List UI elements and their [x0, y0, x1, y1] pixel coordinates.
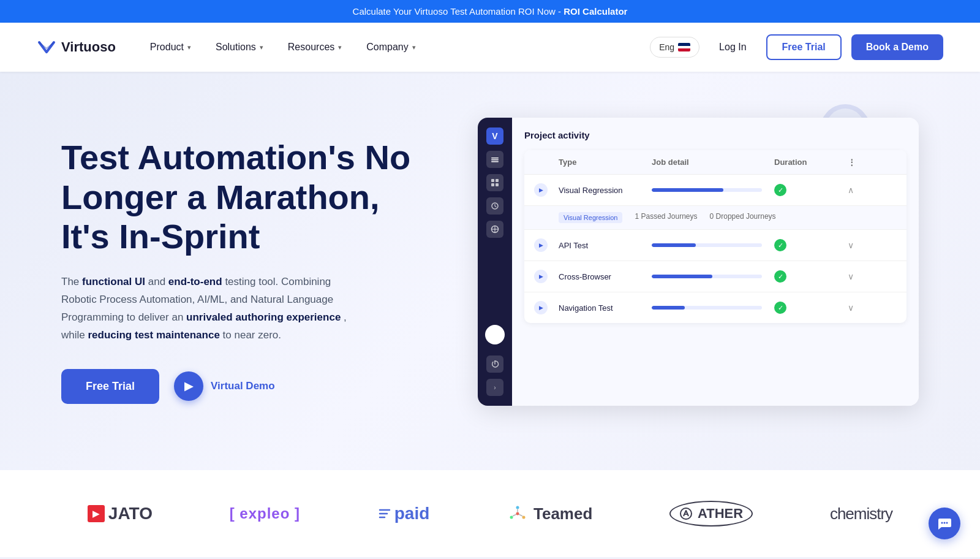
jato-icon: ▶	[88, 505, 105, 522]
paid-label: paid	[394, 504, 430, 523]
svg-point-60	[941, 522, 943, 524]
virtual-demo-label: Virtual Demo	[211, 380, 275, 392]
chevron-down-icon: ▾	[187, 44, 191, 51]
navbar: Virtuoso Product ▾ Solutions ▾ Resources…	[0, 23, 980, 72]
hero-section: Test Automation's No Longer a Marathon, …	[0, 72, 980, 470]
svg-point-61	[944, 522, 946, 524]
chat-bubble[interactable]	[929, 508, 960, 539]
nav-company[interactable]: Company ▾	[356, 37, 425, 58]
job-name: Cross-Browser	[559, 272, 652, 281]
expanded-row: Visual Regression 1 Passed Journeys 0 Dr…	[524, 206, 907, 230]
play-icon: ▶	[174, 371, 203, 401]
job-detail-cell	[652, 188, 774, 192]
table-row: ▶ Navigation Test ✓ ∨	[524, 292, 907, 323]
chevron-down-icon: ▾	[338, 44, 342, 51]
status-check-icon: ✓	[774, 184, 786, 196]
svg-point-58	[680, 508, 692, 519]
chevron-down-icon: ▾	[412, 44, 416, 51]
hero-buttons: Free Trial ▶ Virtual Demo	[61, 369, 417, 404]
svg-point-53	[522, 516, 525, 519]
svg-point-62	[946, 522, 948, 524]
sidebar-nav-icon-1	[486, 151, 503, 168]
banner-text: Calculate Your Virtuoso Test Automation …	[353, 6, 564, 17]
svg-rect-44	[496, 179, 499, 182]
desc-bold-4: reducing test maintenance	[88, 329, 219, 341]
nav-links: Product ▾ Solutions ▾ Resources ▾ Compan…	[140, 37, 650, 58]
chemistry-text: chemistry	[830, 504, 892, 523]
chevron-down-icon[interactable]: ∨	[848, 303, 897, 313]
hero-left: Test Automation's No Longer a Marathon, …	[61, 138, 417, 404]
ather-text: ATHER	[698, 506, 743, 522]
paid-icon	[377, 506, 392, 521]
status-check-icon: ✓	[774, 302, 786, 314]
jato-text: JATO	[108, 504, 153, 523]
col-type: Type	[559, 158, 652, 167]
table-row: ▶ Visual Regression ✓ ∧	[524, 175, 907, 206]
logo[interactable]: Virtuoso	[37, 37, 116, 57]
sidebar-power-icon	[486, 356, 503, 373]
svg-rect-45	[491, 183, 494, 186]
job-detail-cell	[652, 306, 774, 310]
nav-resources[interactable]: Resources ▾	[278, 37, 352, 58]
nav-right: Eng Log In Free Trial Book a Demo	[650, 34, 943, 60]
job-name: Visual Regression	[559, 186, 652, 195]
teamed-logo: Teamed	[507, 503, 592, 525]
hero-title: Test Automation's No Longer a Marathon, …	[61, 138, 417, 256]
chat-icon	[937, 515, 952, 531]
play-button[interactable]: ▶	[534, 270, 548, 283]
svg-rect-43	[491, 179, 494, 182]
col-job-detail: Job detail	[652, 158, 774, 167]
jato-logo: ▶ JATO	[88, 504, 153, 523]
expleo-logo: [ expleo ]	[230, 505, 300, 522]
svg-rect-46	[496, 183, 499, 186]
free-trial-nav-button[interactable]: Free Trial	[766, 34, 842, 60]
free-trial-hero-button[interactable]: Free Trial	[61, 369, 159, 404]
hero-description: The functional UI and end-to-end testing…	[61, 273, 355, 344]
nav-solutions[interactable]: Solutions ▾	[206, 37, 273, 58]
dashboard-card: V › Project act	[478, 118, 919, 406]
logos-section: ▶ JATO [ expleo ] paid Teame	[0, 470, 980, 557]
language-selector[interactable]: Eng	[650, 37, 699, 58]
main-dashboard-panel: Project activity Type Job detail Duratio…	[512, 118, 919, 406]
play-button[interactable]: ▶	[534, 183, 548, 197]
desc-text-1: The	[61, 276, 82, 287]
login-button[interactable]: Log In	[709, 37, 756, 58]
nav-product[interactable]: Product ▾	[140, 37, 201, 58]
expleo-text: [ expleo ]	[230, 505, 300, 522]
chevron-down-icon[interactable]: ∨	[848, 240, 897, 250]
logo-label: Virtuoso	[61, 39, 116, 55]
col-duration: Duration	[774, 158, 848, 167]
sidebar-circle-icon	[485, 325, 505, 344]
sidebar-nav-icon-3	[486, 197, 503, 215]
virtual-demo-button[interactable]: ▶ Virtual Demo	[174, 371, 275, 401]
chemistry-logo: chemistry	[830, 504, 892, 523]
svg-rect-42	[491, 161, 499, 162]
panel-header: Project activity	[524, 130, 907, 140]
logo-icon	[37, 37, 56, 57]
desc-bold-3: unrivaled authoring experience	[186, 311, 341, 323]
chevron-up-icon[interactable]: ∧	[848, 185, 897, 195]
svg-point-51	[516, 512, 519, 515]
svg-line-57	[513, 514, 516, 516]
play-button[interactable]: ▶	[534, 238, 548, 252]
play-button[interactable]: ▶	[534, 301, 548, 314]
hero-right: V › Project act	[441, 118, 919, 424]
paid-logo: paid	[377, 504, 430, 523]
flag-icon	[678, 43, 690, 51]
banner-link[interactable]: ROI Calculator	[564, 6, 627, 17]
book-demo-button[interactable]: Book a Demo	[851, 34, 943, 60]
job-detail-cell	[652, 275, 774, 278]
desc-bold-2: end-to-end	[168, 276, 222, 287]
svg-rect-41	[491, 159, 499, 161]
svg-rect-40	[491, 158, 499, 159]
status-check-icon: ✓	[774, 239, 786, 251]
sidebar-nav-icon-2	[486, 174, 503, 191]
ather-icon	[679, 507, 693, 520]
job-name: Navigation Test	[559, 303, 652, 313]
passed-label: 1 Passed Journeys	[635, 212, 697, 223]
svg-line-56	[519, 514, 522, 516]
dropped-label: 0 Dropped Journeys	[710, 212, 776, 223]
chevron-down-icon[interactable]: ∨	[848, 272, 897, 281]
paid-text: paid	[377, 504, 430, 523]
desc-bold-1: functional UI	[82, 276, 145, 287]
